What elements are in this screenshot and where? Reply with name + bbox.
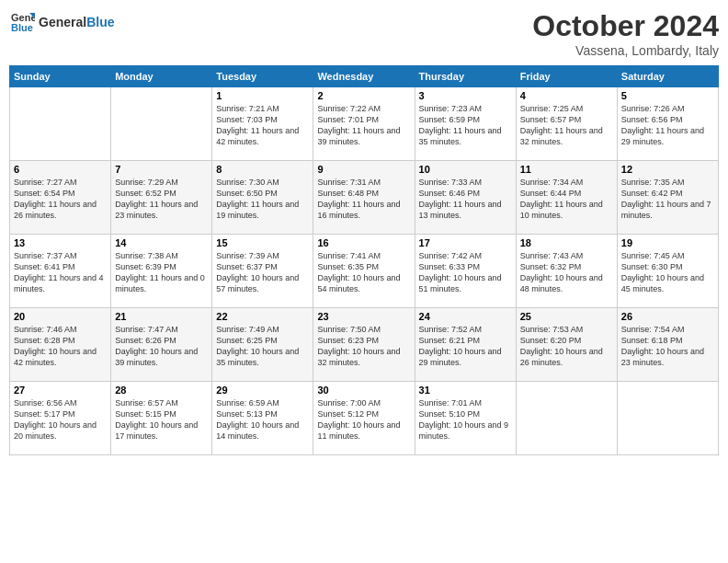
day-number: 10: [419, 164, 512, 175]
day-number: 3: [419, 90, 512, 101]
svg-text:Blue: Blue: [11, 22, 33, 33]
day-number: 8: [216, 164, 309, 175]
calendar-cell: 14Sunrise: 7:38 AMSunset: 6:39 PMDayligh…: [111, 235, 212, 308]
day-number: 19: [621, 237, 714, 248]
day-number: 27: [14, 385, 107, 396]
calendar-cell: 9Sunrise: 7:31 AMSunset: 6:48 PMDaylight…: [313, 161, 415, 235]
day-detail: Sunrise: 7:33 AMSunset: 6:46 PMDaylight:…: [419, 177, 512, 222]
calendar-cell: 4Sunrise: 7:25 AMSunset: 6:57 PMDaylight…: [516, 87, 617, 161]
day-number: 2: [317, 90, 410, 101]
weekday-header-sunday: Sunday: [10, 66, 111, 87]
weekday-header-monday: Monday: [111, 66, 212, 87]
logo-icon: General Blue: [9, 9, 35, 35]
day-detail: Sunrise: 7:45 AMSunset: 6:30 PMDaylight:…: [621, 250, 714, 295]
weekday-header-tuesday: Tuesday: [212, 66, 313, 87]
day-detail: Sunrise: 7:54 AMSunset: 6:18 PMDaylight:…: [621, 324, 714, 369]
day-detail: Sunrise: 7:29 AMSunset: 6:52 PMDaylight:…: [115, 177, 208, 222]
calendar-cell: 6Sunrise: 7:27 AMSunset: 6:54 PMDaylight…: [10, 161, 111, 235]
day-number: 26: [621, 311, 714, 322]
calendar-cell: 30Sunrise: 7:00 AMSunset: 5:12 PMDayligh…: [313, 382, 415, 455]
day-number: 16: [317, 237, 410, 248]
day-detail: Sunrise: 7:21 AMSunset: 7:03 PMDaylight:…: [216, 103, 309, 148]
day-detail: Sunrise: 7:31 AMSunset: 6:48 PMDaylight:…: [317, 177, 410, 222]
day-number: 15: [216, 237, 309, 248]
calendar-cell: 25Sunrise: 7:53 AMSunset: 6:20 PMDayligh…: [516, 308, 617, 382]
day-number: 5: [621, 90, 714, 101]
logo-text: GeneralBlue: [39, 15, 114, 29]
day-detail: Sunrise: 7:01 AMSunset: 5:10 PMDaylight:…: [419, 397, 512, 442]
day-detail: Sunrise: 7:34 AMSunset: 6:44 PMDaylight:…: [520, 177, 613, 222]
day-detail: Sunrise: 7:23 AMSunset: 6:59 PMDaylight:…: [419, 103, 512, 148]
day-detail: Sunrise: 7:38 AMSunset: 6:39 PMDaylight:…: [115, 250, 208, 295]
day-number: 18: [520, 237, 613, 248]
day-number: 24: [419, 311, 512, 322]
calendar-cell: 21Sunrise: 7:47 AMSunset: 6:26 PMDayligh…: [111, 308, 212, 382]
day-number: 7: [115, 164, 208, 175]
calendar-cell: 17Sunrise: 7:42 AMSunset: 6:33 PMDayligh…: [415, 235, 516, 308]
day-detail: Sunrise: 7:50 AMSunset: 6:23 PMDaylight:…: [317, 324, 410, 369]
calendar-cell: [516, 382, 617, 455]
day-number: 14: [115, 237, 208, 248]
calendar-table: SundayMondayTuesdayWednesdayThursdayFrid…: [9, 65, 719, 455]
calendar-cell: 27Sunrise: 6:56 AMSunset: 5:17 PMDayligh…: [10, 382, 111, 455]
day-detail: Sunrise: 7:27 AMSunset: 6:54 PMDaylight:…: [14, 177, 107, 222]
day-detail: Sunrise: 7:43 AMSunset: 6:32 PMDaylight:…: [520, 250, 613, 295]
day-detail: Sunrise: 7:41 AMSunset: 6:35 PMDaylight:…: [317, 250, 410, 295]
page-header: General Blue GeneralBlue October 2024 Va…: [9, 9, 719, 58]
day-number: 12: [621, 164, 714, 175]
calendar-cell: [617, 382, 718, 455]
day-number: 20: [14, 311, 107, 322]
day-number: 11: [520, 164, 613, 175]
calendar-cell: [111, 87, 212, 161]
calendar-cell: 18Sunrise: 7:43 AMSunset: 6:32 PMDayligh…: [516, 235, 617, 308]
header-row: SundayMondayTuesdayWednesdayThursdayFrid…: [10, 66, 719, 87]
calendar-cell: 11Sunrise: 7:34 AMSunset: 6:44 PMDayligh…: [516, 161, 617, 235]
day-detail: Sunrise: 7:49 AMSunset: 6:25 PMDaylight:…: [216, 324, 309, 369]
day-detail: Sunrise: 7:37 AMSunset: 6:41 PMDaylight:…: [14, 250, 107, 295]
day-detail: Sunrise: 7:52 AMSunset: 6:21 PMDaylight:…: [419, 324, 512, 369]
day-number: 21: [115, 311, 208, 322]
calendar-cell: 31Sunrise: 7:01 AMSunset: 5:10 PMDayligh…: [415, 382, 516, 455]
title-area: October 2024 Vassena, Lombardy, Italy: [532, 9, 719, 58]
day-number: 30: [317, 385, 410, 396]
week-row-4: 20Sunrise: 7:46 AMSunset: 6:28 PMDayligh…: [10, 308, 719, 382]
calendar-cell: 26Sunrise: 7:54 AMSunset: 6:18 PMDayligh…: [617, 308, 718, 382]
week-row-2: 6Sunrise: 7:27 AMSunset: 6:54 PMDaylight…: [10, 161, 719, 235]
week-row-5: 27Sunrise: 6:56 AMSunset: 5:17 PMDayligh…: [10, 382, 719, 455]
calendar-cell: 13Sunrise: 7:37 AMSunset: 6:41 PMDayligh…: [10, 235, 111, 308]
logo: General Blue GeneralBlue: [9, 9, 114, 35]
day-number: 4: [520, 90, 613, 101]
day-number: 25: [520, 311, 613, 322]
day-detail: Sunrise: 7:39 AMSunset: 6:37 PMDaylight:…: [216, 250, 309, 295]
weekday-header-saturday: Saturday: [617, 66, 718, 87]
day-detail: Sunrise: 7:25 AMSunset: 6:57 PMDaylight:…: [520, 103, 613, 148]
day-detail: Sunrise: 7:46 AMSunset: 6:28 PMDaylight:…: [14, 324, 107, 369]
day-number: 9: [317, 164, 410, 175]
calendar-cell: 29Sunrise: 6:59 AMSunset: 5:13 PMDayligh…: [212, 382, 313, 455]
day-number: 1: [216, 90, 309, 101]
day-detail: Sunrise: 7:26 AMSunset: 6:56 PMDaylight:…: [621, 103, 714, 148]
day-number: 23: [317, 311, 410, 322]
week-row-1: 1Sunrise: 7:21 AMSunset: 7:03 PMDaylight…: [10, 87, 719, 161]
month-title: October 2024: [532, 9, 719, 43]
day-number: 31: [419, 385, 512, 396]
calendar-cell: 24Sunrise: 7:52 AMSunset: 6:21 PMDayligh…: [415, 308, 516, 382]
day-number: 29: [216, 385, 309, 396]
calendar-cell: 3Sunrise: 7:23 AMSunset: 6:59 PMDaylight…: [415, 87, 516, 161]
day-detail: Sunrise: 7:30 AMSunset: 6:50 PMDaylight:…: [216, 177, 309, 222]
day-number: 13: [14, 237, 107, 248]
week-row-3: 13Sunrise: 7:37 AMSunset: 6:41 PMDayligh…: [10, 235, 719, 308]
day-detail: Sunrise: 6:56 AMSunset: 5:17 PMDaylight:…: [14, 397, 107, 442]
calendar-cell: [10, 87, 111, 161]
day-detail: Sunrise: 7:00 AMSunset: 5:12 PMDaylight:…: [317, 397, 410, 442]
calendar-cell: 5Sunrise: 7:26 AMSunset: 6:56 PMDaylight…: [617, 87, 718, 161]
day-detail: Sunrise: 7:53 AMSunset: 6:20 PMDaylight:…: [520, 324, 613, 369]
day-number: 17: [419, 237, 512, 248]
calendar-cell: 12Sunrise: 7:35 AMSunset: 6:42 PMDayligh…: [617, 161, 718, 235]
calendar-cell: 1Sunrise: 7:21 AMSunset: 7:03 PMDaylight…: [212, 87, 313, 161]
day-detail: Sunrise: 7:22 AMSunset: 7:01 PMDaylight:…: [317, 103, 410, 148]
day-number: 6: [14, 164, 107, 175]
day-detail: Sunrise: 7:42 AMSunset: 6:33 PMDaylight:…: [419, 250, 512, 295]
calendar-cell: 28Sunrise: 6:57 AMSunset: 5:15 PMDayligh…: [111, 382, 212, 455]
day-number: 28: [115, 385, 208, 396]
